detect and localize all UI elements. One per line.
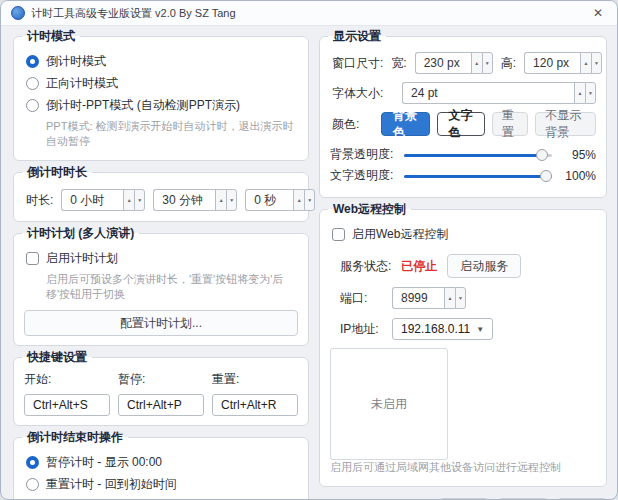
radio-end-pause[interactable]: 暂停计时 - 显示 00:00 (26, 454, 298, 471)
radio-icon[interactable] (26, 456, 39, 469)
port-value[interactable]: 8999 (392, 287, 444, 309)
seconds-stepper[interactable]: 0 秒 ▲ ▼ (245, 189, 315, 211)
spinner-up-icon[interactable]: ▲ (215, 189, 226, 211)
right-column: 显示设置 窗口尺寸: 宽: 230 px ▲ ▼ 高: 120 px ▲ ▼ (319, 36, 607, 492)
spinner-down-icon[interactable]: ▼ (585, 82, 596, 104)
spinner-down-icon[interactable]: ▼ (304, 189, 315, 211)
configure-plan-button[interactable]: 配置计时计划... (24, 310, 298, 336)
spinner-up-icon[interactable]: ▲ (471, 52, 482, 74)
height-stepper[interactable]: 120 px ▲ ▼ (524, 52, 602, 74)
checkbox-enable-web[interactable]: 启用Web远程控制 (332, 226, 596, 243)
service-status-value: 已停止 (401, 258, 437, 275)
group-timing-plan: 计时计划 (多人演讲) 启用计时计划 启用后可预设多个演讲时长，'重置'按钮将变… (13, 233, 309, 346)
radio-ppt-mode[interactable]: 倒计时-PPT模式 (自动检测PPT演示) (26, 97, 298, 114)
duration-label: 时长: (26, 192, 53, 209)
height-value[interactable]: 120 px (524, 52, 580, 74)
spinner-down-icon[interactable]: ▼ (226, 189, 237, 211)
group-hotkeys: 快捷键设置 开始: Ctrl+Alt+S 暂停: Ctrl+Alt+P 重置: … (13, 357, 309, 426)
radio-label: 倒计时-PPT模式 (自动检测PPT演示) (46, 97, 240, 114)
hotkey-reset-label: 重置: (212, 371, 298, 388)
font-size-value[interactable]: 24 pt (402, 82, 574, 104)
title-bar: 计时工具高级专业版设置 v2.0 By SZ Tang ✕ (1, 1, 617, 26)
port-stepper[interactable]: 8999 ▲ ▼ (392, 287, 466, 309)
window-size-label: 窗口尺寸: (332, 55, 383, 72)
hotkey-start-input[interactable]: Ctrl+Alt+S (24, 394, 110, 416)
color-label: 颜色: (332, 116, 374, 133)
caret-down-icon: ▼ (476, 325, 484, 334)
timing-mode-hint: PPT模式: 检测到演示开始时自动计时，退出演示时自动暂停 (46, 119, 298, 149)
close-icon[interactable]: ✕ (589, 6, 607, 20)
hours-stepper[interactable]: 0 小时 ▲ ▼ (61, 189, 145, 211)
spinner-up-icon[interactable]: ▲ (574, 82, 585, 104)
text-opacity-slider[interactable] (404, 169, 552, 183)
radio-end-reset[interactable]: 重置计时 - 回到初始时间 (26, 476, 298, 493)
radio-label: 倒计时模式 (46, 53, 106, 70)
spinner-down-icon[interactable]: ▼ (455, 287, 466, 309)
spinner-down-icon[interactable]: ▼ (591, 52, 602, 74)
service-status-label: 服务状态: (340, 258, 391, 275)
group-display-settings: 显示设置 窗口尺寸: 宽: 230 px ▲ ▼ 高: 120 px ▲ ▼ (319, 36, 607, 198)
spinner-up-icon[interactable]: ▲ (293, 189, 304, 211)
width-value[interactable]: 230 px (415, 52, 471, 74)
reset-color-button[interactable]: 重置 (492, 112, 528, 136)
seconds-value[interactable]: 0 秒 (245, 189, 293, 211)
spinner-up-icon[interactable]: ▲ (123, 189, 134, 211)
spinner-up-icon[interactable]: ▲ (444, 287, 455, 309)
hotkey-reset-input[interactable]: Ctrl+Alt+R (212, 394, 298, 416)
slider-handle[interactable] (540, 170, 552, 182)
checkbox-enable-plan[interactable]: 启用计时计划 (26, 250, 298, 267)
hotkey-pause-label: 暂停: (118, 371, 204, 388)
group-title-end-action: 倒计时结束时操作 (22, 430, 128, 445)
font-size-stepper[interactable]: 24 pt ▲ ▼ (402, 82, 596, 104)
plan-hint: 启用后可预设多个演讲时长，'重置'按钮将变为'后移'按钮用于切换 (46, 272, 298, 302)
bg-color-button[interactable]: 背景色 (381, 112, 429, 136)
hours-value[interactable]: 0 小时 (61, 189, 123, 211)
text-color-button[interactable]: 文字色 (437, 112, 485, 136)
bg-opacity-row: 背景透明度: 95% (330, 146, 596, 163)
checkbox-label: 启用Web远程控制 (352, 226, 448, 243)
window-title: 计时工具高级专业版设置 v2.0 By SZ Tang (31, 6, 583, 21)
slider-handle[interactable] (536, 149, 548, 161)
group-timing-mode: 计时模式 倒计时模式 正向计时模式 倒计时-PPT模式 (自动检测PPT演示) … (13, 36, 309, 161)
text-opacity-row: 文字透明度: 100% (330, 167, 596, 184)
text-opacity-value: 100% (560, 169, 596, 183)
spinner-down-icon[interactable]: ▼ (134, 189, 145, 211)
minutes-stepper[interactable]: 30 分钟 ▲ ▼ (153, 189, 237, 211)
spinner-up-icon[interactable]: ▲ (580, 52, 591, 74)
no-background-button[interactable]: 不显示背景 (535, 112, 596, 136)
settings-dialog: 计时工具高级专业版设置 v2.0 By SZ Tang ✕ 计时模式 倒计时模式… (0, 0, 618, 500)
bg-opacity-label: 背景透明度: (330, 146, 396, 163)
ip-address-select[interactable]: 192.168.0.11 ▼ (392, 318, 493, 340)
hotkey-pause-input[interactable]: Ctrl+Alt+P (118, 394, 204, 416)
checkbox-label: 启用计时计划 (46, 250, 118, 267)
radio-icon[interactable] (26, 55, 39, 68)
qr-placeholder-text: 未启用 (371, 396, 407, 413)
height-label: 高: (501, 55, 516, 72)
radio-label: 暂停计时 - 显示 00:00 (46, 454, 162, 471)
radio-countdown-mode[interactable]: 倒计时模式 (26, 53, 298, 70)
group-title-timing-mode: 计时模式 (22, 29, 80, 44)
radio-label: 重置计时 - 回到初始时间 (46, 476, 177, 493)
radio-countup-mode[interactable]: 正向计时模式 (26, 75, 298, 92)
width-stepper[interactable]: 230 px ▲ ▼ (415, 52, 493, 74)
group-web-remote: Web远程控制 启用Web远程控制 服务状态: 已停止 启动服务 端口: 899… (319, 209, 607, 487)
hotkey-start-label: 开始: (24, 371, 110, 388)
radio-icon[interactable] (26, 99, 39, 112)
group-title-hotkeys: 快捷键设置 (22, 350, 92, 365)
bg-opacity-slider[interactable] (404, 148, 552, 162)
minutes-value[interactable]: 30 分钟 (153, 189, 215, 211)
radio-icon[interactable] (26, 77, 39, 90)
radio-label: 正向计时模式 (46, 75, 118, 92)
group-duration: 倒计时时长 时长: 0 小时 ▲ ▼ 30 分钟 ▲ ▼ 0 秒 (13, 172, 309, 222)
qr-code-placeholder: 未启用 (330, 348, 448, 460)
width-label: 宽: (391, 55, 406, 72)
font-size-label: 字体大小: (332, 85, 394, 102)
web-remote-hint: 启用后可通过局域网其他设备访问进行远程控制 (330, 460, 596, 475)
checkbox-icon[interactable] (332, 228, 345, 241)
port-label: 端口: (340, 290, 384, 307)
checkbox-icon[interactable] (26, 252, 39, 265)
start-service-button[interactable]: 启动服务 (447, 254, 521, 278)
radio-icon[interactable] (26, 478, 39, 491)
spinner-down-icon[interactable]: ▼ (482, 52, 493, 74)
ip-address-value: 192.168.0.11 (401, 322, 470, 336)
